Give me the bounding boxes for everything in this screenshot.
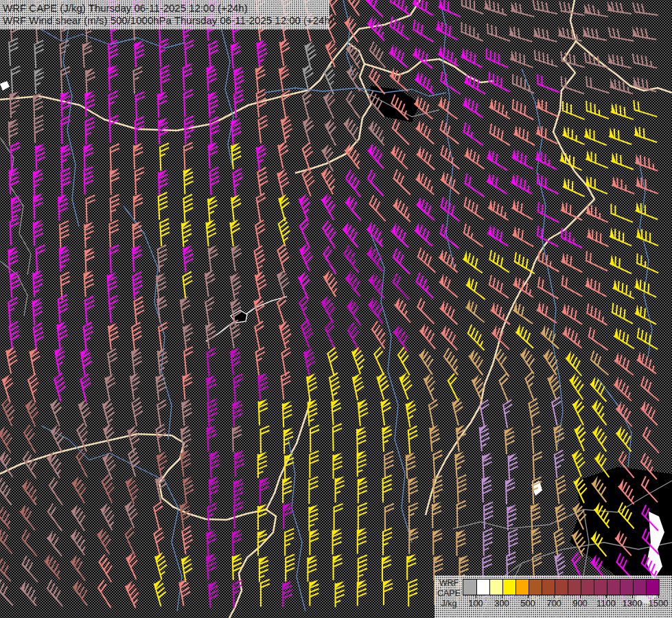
wind-barb <box>254 322 267 350</box>
river-line <box>63 0 79 227</box>
wind-barb <box>70 504 91 530</box>
legend-label-cape: CAPE <box>436 588 462 599</box>
wind-barb-strokes <box>509 100 536 119</box>
wind-barb <box>324 322 343 350</box>
wind-barb <box>50 398 68 425</box>
wind-barb <box>205 297 217 324</box>
wind-barb-strokes <box>345 92 367 118</box>
wind-barb <box>483 0 509 15</box>
legend-label-wrf: WRF <box>436 578 462 588</box>
wind-barb <box>281 372 292 399</box>
wind-barb <box>609 152 636 169</box>
wind-barb-strokes <box>97 555 118 582</box>
wind-barb <box>457 475 467 501</box>
wind-barb-pennant <box>510 199 521 211</box>
wind-barb <box>158 91 167 117</box>
wind-barb <box>156 374 167 400</box>
wind-barb <box>452 398 467 424</box>
wind-barb-strokes <box>509 75 537 93</box>
wind-barb <box>588 352 614 375</box>
wind-barb-strokes <box>184 347 195 374</box>
wind-barb-pennant <box>540 325 551 336</box>
wind-barb-strokes <box>588 352 614 375</box>
wind-barb-strokes <box>85 118 94 144</box>
wind-barb <box>9 38 19 65</box>
wind-barb <box>207 375 217 401</box>
wind-barb <box>84 144 93 169</box>
wind-barb <box>50 424 69 451</box>
legend-cell-4 <box>515 580 529 595</box>
wind-barb-strokes <box>80 374 94 402</box>
wind-barb <box>109 220 119 247</box>
wind-barb <box>509 50 535 67</box>
wind-barb <box>529 399 541 426</box>
wind-barb <box>334 554 343 580</box>
wind-barb <box>531 426 542 453</box>
wind-barb <box>19 504 41 529</box>
wind-barb <box>333 528 342 553</box>
wind-barb-strokes <box>637 354 660 374</box>
wind-barb <box>110 144 119 170</box>
wind-barb-strokes <box>11 67 21 93</box>
wind-barb-strokes <box>324 322 343 350</box>
wind-barb-strokes <box>487 276 513 298</box>
wind-barb <box>367 196 391 220</box>
wind-barb <box>276 297 292 324</box>
wind-barb <box>423 373 441 400</box>
wind-barb <box>85 247 95 273</box>
wind-barb <box>585 227 612 246</box>
wind-barb <box>0 580 19 605</box>
wind-barb <box>60 221 69 247</box>
wind-barb-strokes <box>397 348 417 375</box>
wind-barb <box>459 47 486 67</box>
wind-barb <box>489 301 514 324</box>
wind-barb <box>358 503 367 529</box>
legend-tick-value: 300 <box>494 598 509 608</box>
wind-barb <box>184 347 195 374</box>
wind-barb <box>561 325 586 347</box>
wind-barb <box>258 452 267 477</box>
wind-barb <box>298 271 316 298</box>
wind-barb <box>322 247 343 273</box>
wind-barb <box>559 102 587 119</box>
wind-barb <box>461 251 487 273</box>
wind-barb <box>8 247 19 273</box>
wind-barb <box>135 41 145 67</box>
wind-barb <box>283 581 292 606</box>
legend-cell-3 <box>502 580 515 595</box>
wind-barb <box>607 255 634 273</box>
wind-barb-strokes <box>439 47 463 66</box>
legend-cell-14 <box>646 580 659 595</box>
wind-barb <box>135 168 144 194</box>
wind-barb-strokes <box>209 168 219 194</box>
wind-barb <box>610 176 637 194</box>
wind-barb-strokes <box>537 304 561 323</box>
wind-barb <box>184 143 194 169</box>
wind-barb-strokes <box>459 0 486 14</box>
wind-barb-strokes <box>183 272 194 299</box>
legend-cell-12 <box>620 580 633 595</box>
weather-map-stage: WRF CAPE (J/kg) Thursday 06-11-2025 12:0… <box>0 0 672 618</box>
wind-barb <box>84 222 94 247</box>
wind-barb <box>561 178 588 196</box>
wind-barb <box>182 399 194 425</box>
wind-barb <box>512 125 539 145</box>
wind-barb <box>1 398 19 426</box>
wind-barb <box>367 119 391 145</box>
wind-barb <box>234 91 244 117</box>
wind-barb <box>181 555 194 582</box>
wind-barb <box>498 374 515 402</box>
wind-barb-strokes <box>486 73 513 92</box>
wind-barb <box>96 527 117 553</box>
wind-barb <box>207 530 217 556</box>
wind-barb <box>303 348 318 375</box>
wind-barb <box>376 372 392 399</box>
wind-barb <box>631 26 658 39</box>
wind-barb <box>393 297 417 321</box>
wind-barb <box>255 347 267 374</box>
wind-barb <box>12 196 21 221</box>
wind-barb <box>11 67 21 93</box>
wind-barb <box>366 170 389 195</box>
wind-barb <box>231 142 242 168</box>
wind-barb-strokes <box>463 98 487 117</box>
